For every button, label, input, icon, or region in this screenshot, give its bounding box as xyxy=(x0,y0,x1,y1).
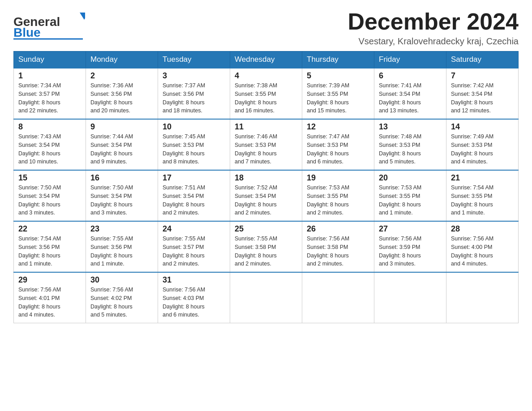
title-section: December 2024 Vsestary, Kralovehradecky … xyxy=(348,9,519,47)
day-info: Sunrise: 7:55 AM Sunset: 3:57 PM Dayligh… xyxy=(163,235,225,268)
svg-text:Blue: Blue xyxy=(13,26,41,39)
table-row: 30 Sunrise: 7:56 AM Sunset: 4:02 PM Dayl… xyxy=(86,272,158,323)
table-row xyxy=(446,272,519,323)
col-sunday: Sunday xyxy=(14,51,86,68)
day-info: Sunrise: 7:56 AM Sunset: 3:58 PM Dayligh… xyxy=(307,235,369,268)
week-row-2: 8 Sunrise: 7:43 AM Sunset: 3:54 PM Dayli… xyxy=(14,119,519,170)
table-row: 14 Sunrise: 7:49 AM Sunset: 3:53 PM Dayl… xyxy=(446,119,519,170)
day-info: Sunrise: 7:53 AM Sunset: 3:55 PM Dayligh… xyxy=(307,184,369,217)
day-info: Sunrise: 7:48 AM Sunset: 3:53 PM Dayligh… xyxy=(379,133,442,166)
day-info: Sunrise: 7:56 AM Sunset: 4:01 PM Dayligh… xyxy=(18,286,81,319)
day-number: 27 xyxy=(379,224,442,234)
table-row: 1 Sunrise: 7:34 AM Sunset: 3:57 PM Dayli… xyxy=(14,68,86,119)
week-row-5: 29 Sunrise: 7:56 AM Sunset: 4:01 PM Dayl… xyxy=(14,272,519,323)
day-number: 8 xyxy=(18,122,81,132)
day-info: Sunrise: 7:46 AM Sunset: 3:53 PM Dayligh… xyxy=(235,133,297,166)
day-number: 30 xyxy=(90,275,153,285)
table-row: 5 Sunrise: 7:39 AM Sunset: 3:55 PM Dayli… xyxy=(302,68,374,119)
table-row: 6 Sunrise: 7:41 AM Sunset: 3:54 PM Dayli… xyxy=(374,68,446,119)
day-info: Sunrise: 7:44 AM Sunset: 3:54 PM Dayligh… xyxy=(90,133,153,166)
table-row: 23 Sunrise: 7:55 AM Sunset: 3:56 PM Dayl… xyxy=(86,221,158,272)
table-row: 26 Sunrise: 7:56 AM Sunset: 3:58 PM Dayl… xyxy=(302,221,374,272)
day-info: Sunrise: 7:53 AM Sunset: 3:55 PM Dayligh… xyxy=(379,184,442,217)
day-info: Sunrise: 7:38 AM Sunset: 3:55 PM Dayligh… xyxy=(235,81,297,115)
table-row xyxy=(230,272,302,323)
day-number: 3 xyxy=(163,71,225,81)
day-number: 23 xyxy=(90,224,153,234)
table-row: 28 Sunrise: 7:56 AM Sunset: 4:00 PM Dayl… xyxy=(446,221,519,272)
table-row: 22 Sunrise: 7:54 AM Sunset: 3:56 PM Dayl… xyxy=(14,221,86,272)
day-number: 11 xyxy=(235,122,297,132)
day-info: Sunrise: 7:56 AM Sunset: 4:03 PM Dayligh… xyxy=(163,286,225,319)
table-row: 9 Sunrise: 7:44 AM Sunset: 3:54 PM Dayli… xyxy=(86,119,158,170)
logo: General Blue xyxy=(13,9,85,40)
table-row: 3 Sunrise: 7:37 AM Sunset: 3:56 PM Dayli… xyxy=(158,68,230,119)
day-number: 12 xyxy=(307,122,369,132)
day-number: 17 xyxy=(163,173,225,183)
table-row: 15 Sunrise: 7:50 AM Sunset: 3:54 PM Dayl… xyxy=(14,170,86,221)
day-number: 24 xyxy=(163,224,225,234)
day-info: Sunrise: 7:50 AM Sunset: 3:54 PM Dayligh… xyxy=(18,184,81,217)
day-number: 26 xyxy=(307,224,369,234)
table-row xyxy=(302,272,374,323)
day-info: Sunrise: 7:39 AM Sunset: 3:55 PM Dayligh… xyxy=(307,81,369,115)
day-info: Sunrise: 7:45 AM Sunset: 3:53 PM Dayligh… xyxy=(163,133,225,166)
table-row: 10 Sunrise: 7:45 AM Sunset: 3:53 PM Dayl… xyxy=(158,119,230,170)
table-row xyxy=(374,272,446,323)
day-number: 7 xyxy=(451,71,514,81)
day-info: Sunrise: 7:43 AM Sunset: 3:54 PM Dayligh… xyxy=(18,133,81,166)
table-row: 31 Sunrise: 7:56 AM Sunset: 4:03 PM Dayl… xyxy=(158,272,230,323)
location: Vsestary, Kralovehradecky kraj, Czechia xyxy=(348,36,519,47)
table-row: 8 Sunrise: 7:43 AM Sunset: 3:54 PM Dayli… xyxy=(14,119,86,170)
day-info: Sunrise: 7:37 AM Sunset: 3:56 PM Dayligh… xyxy=(163,81,225,115)
day-number: 4 xyxy=(235,71,297,81)
day-number: 31 xyxy=(163,275,225,285)
table-row: 12 Sunrise: 7:47 AM Sunset: 3:53 PM Dayl… xyxy=(302,119,374,170)
week-row-4: 22 Sunrise: 7:54 AM Sunset: 3:56 PM Dayl… xyxy=(14,221,519,272)
table-row: 19 Sunrise: 7:53 AM Sunset: 3:55 PM Dayl… xyxy=(302,170,374,221)
table-row: 17 Sunrise: 7:51 AM Sunset: 3:54 PM Dayl… xyxy=(158,170,230,221)
col-tuesday: Tuesday xyxy=(158,51,230,68)
day-number: 1 xyxy=(18,71,81,81)
week-row-1: 1 Sunrise: 7:34 AM Sunset: 3:57 PM Dayli… xyxy=(14,68,519,119)
day-number: 2 xyxy=(90,71,153,81)
day-info: Sunrise: 7:50 AM Sunset: 3:54 PM Dayligh… xyxy=(90,184,153,217)
day-number: 10 xyxy=(163,122,225,132)
day-info: Sunrise: 7:56 AM Sunset: 4:00 PM Dayligh… xyxy=(451,235,514,268)
day-number: 22 xyxy=(18,224,81,234)
col-monday: Monday xyxy=(86,51,158,68)
day-info: Sunrise: 7:55 AM Sunset: 3:56 PM Dayligh… xyxy=(90,235,153,268)
table-row: 16 Sunrise: 7:50 AM Sunset: 3:54 PM Dayl… xyxy=(86,170,158,221)
table-row: 21 Sunrise: 7:54 AM Sunset: 3:55 PM Dayl… xyxy=(446,170,519,221)
day-number: 9 xyxy=(90,122,153,132)
page-header: General Blue December 2024 Vsestary, Kra… xyxy=(13,9,519,47)
day-number: 13 xyxy=(379,122,442,132)
day-number: 15 xyxy=(18,173,81,183)
day-number: 19 xyxy=(307,173,369,183)
day-number: 21 xyxy=(451,173,514,183)
day-number: 16 xyxy=(90,173,153,183)
table-row: 2 Sunrise: 7:36 AM Sunset: 3:56 PM Dayli… xyxy=(86,68,158,119)
svg-marker-1 xyxy=(80,13,85,20)
col-thursday: Thursday xyxy=(302,51,374,68)
day-number: 14 xyxy=(451,122,514,132)
col-friday: Friday xyxy=(374,51,446,68)
day-info: Sunrise: 7:47 AM Sunset: 3:53 PM Dayligh… xyxy=(307,133,369,166)
table-row: 13 Sunrise: 7:48 AM Sunset: 3:53 PM Dayl… xyxy=(374,119,446,170)
month-title: December 2024 xyxy=(348,9,519,34)
day-number: 25 xyxy=(235,224,297,234)
day-info: Sunrise: 7:56 AM Sunset: 3:59 PM Dayligh… xyxy=(379,235,442,268)
day-info: Sunrise: 7:49 AM Sunset: 3:53 PM Dayligh… xyxy=(451,133,514,166)
day-info: Sunrise: 7:42 AM Sunset: 3:54 PM Dayligh… xyxy=(451,81,514,115)
day-number: 6 xyxy=(379,71,442,81)
day-info: Sunrise: 7:41 AM Sunset: 3:54 PM Dayligh… xyxy=(379,81,442,115)
day-info: Sunrise: 7:55 AM Sunset: 3:58 PM Dayligh… xyxy=(235,235,297,268)
table-row: 29 Sunrise: 7:56 AM Sunset: 4:01 PM Dayl… xyxy=(14,272,86,323)
calendar-table: Sunday Monday Tuesday Wednesday Thursday… xyxy=(13,51,519,323)
day-info: Sunrise: 7:36 AM Sunset: 3:56 PM Dayligh… xyxy=(90,81,153,115)
table-row: 25 Sunrise: 7:55 AM Sunset: 3:58 PM Dayl… xyxy=(230,221,302,272)
calendar-header-row: Sunday Monday Tuesday Wednesday Thursday… xyxy=(14,51,519,68)
col-saturday: Saturday xyxy=(446,51,519,68)
table-row: 7 Sunrise: 7:42 AM Sunset: 3:54 PM Dayli… xyxy=(446,68,519,119)
day-info: Sunrise: 7:34 AM Sunset: 3:57 PM Dayligh… xyxy=(18,81,81,115)
